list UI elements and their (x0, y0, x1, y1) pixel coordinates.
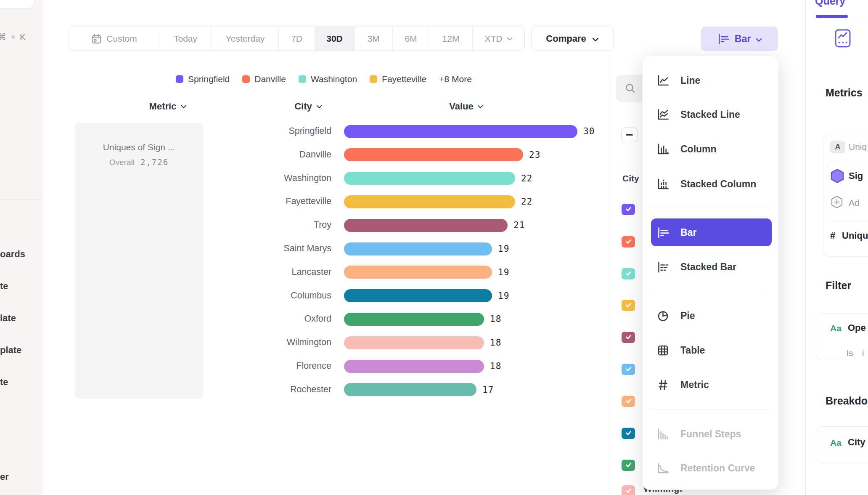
date-range-6m[interactable]: 6M (393, 27, 429, 51)
city-checkbox[interactable] (622, 428, 635, 439)
legend-swatch (299, 75, 306, 83)
city-checkbox[interactable] (622, 268, 635, 279)
metric-type-text[interactable]: Uniq (849, 142, 867, 152)
bar-value-label: 19 (498, 244, 509, 254)
filter-property[interactable]: Ope (848, 322, 866, 333)
compare-button[interactable]: Compare (531, 27, 614, 51)
legend-item[interactable]: Washington (299, 74, 357, 84)
calendar-icon (91, 33, 102, 45)
bar-row-label: Florence (203, 361, 331, 371)
hash-icon (656, 378, 670, 391)
chart-type-label: Bar (735, 33, 751, 45)
bar-value-label: 17 (482, 385, 494, 395)
sidebar-item[interactable]: te (0, 281, 8, 292)
chevron-down-icon (756, 33, 762, 45)
retention-curve-icon (656, 462, 670, 475)
bar-row-label: Rochester (203, 384, 331, 395)
bar-row-label: Oxford (203, 314, 331, 324)
city-checkbox[interactable] (622, 332, 635, 343)
city-checkbox[interactable] (622, 204, 635, 215)
menu-item-table[interactable]: Table (643, 336, 778, 364)
bar-danville (344, 148, 523, 161)
date-range-xtd[interactable]: XTD (473, 27, 524, 51)
bar-row-label: Fayetteville (203, 196, 331, 207)
tab-query[interactable]: Query (815, 0, 845, 7)
bar-columbus (344, 289, 492, 302)
checkmark-icon (625, 399, 632, 404)
checkmark-icon (625, 271, 632, 276)
filter-type-badge: Aa (830, 323, 842, 333)
metric-type-badge[interactable]: A (830, 141, 845, 153)
bar-fayetteville (344, 195, 515, 208)
sidebar-divider (0, 200, 43, 200)
menu-item-retention-curve: Retention Curve (643, 454, 778, 482)
sidebar-search-box[interactable] (0, 0, 34, 8)
stacked-line-chart-icon (656, 108, 670, 121)
column-header-value[interactable]: Value (449, 101, 483, 112)
bar-value-label: 18 (490, 338, 501, 348)
metric-card[interactable]: Uniques of Sign ... Overall 2,726 (75, 123, 203, 399)
checkmark-icon (625, 303, 632, 308)
legend-item[interactable]: Fayetteville (370, 74, 426, 84)
chevron-down-icon (592, 33, 599, 44)
keyboard-shortcut-hint: ⌘ + K (0, 32, 26, 42)
sidebar-item[interactable]: oards (0, 249, 25, 260)
menu-item-column[interactable]: Column (643, 135, 778, 163)
breakdown-heading: Breakdo (826, 395, 868, 407)
bar-value-label: 19 (498, 267, 509, 277)
event-name[interactable]: Sig (849, 170, 863, 181)
date-range-custom[interactable]: Custom (69, 27, 159, 51)
chart-type-button[interactable]: Bar (701, 27, 778, 51)
add-event-icon[interactable] (831, 195, 843, 209)
city-checkbox[interactable] (622, 460, 635, 471)
date-range-7d[interactable]: 7D (279, 27, 315, 51)
left-sidebar: ⌘ + K oardstelateplateteer (0, 0, 43, 495)
bar-value-label: 18 (490, 314, 501, 324)
sidebar-item[interactable]: er (0, 471, 9, 482)
city-checkbox[interactable] (622, 396, 635, 407)
sidebar-item[interactable]: late (0, 313, 16, 324)
bar-wilmington (344, 336, 484, 349)
bar-row-label: Lancaster (203, 267, 331, 277)
date-range-3m[interactable]: 3M (355, 27, 393, 51)
aggregation-text[interactable]: Uniqu (842, 230, 868, 241)
bar-row-label: Washington (203, 173, 331, 184)
date-range-today[interactable]: Today (159, 27, 212, 51)
menu-item-stacked-line[interactable]: Stacked Line (643, 101, 778, 128)
date-range-30d[interactable]: 30D (315, 27, 355, 51)
bar-value-label: 18 (490, 361, 501, 371)
filter-value[interactable]: i (862, 349, 864, 358)
column-header-city[interactable]: City (294, 101, 322, 112)
add-event-label[interactable]: Ad (849, 198, 860, 208)
legend-item[interactable]: Danville (242, 74, 286, 84)
breakdown-property[interactable]: City (848, 437, 865, 448)
bar-saint-marys (344, 242, 492, 255)
city-checkbox[interactable] (622, 300, 635, 311)
menu-item-stacked-bar[interactable]: Stacked Bar (643, 253, 778, 281)
filter-card (816, 313, 868, 360)
menu-item-metric[interactable]: Metric (643, 371, 778, 399)
city-list-header: City (622, 173, 639, 184)
date-range-12m[interactable]: 12M (429, 27, 473, 51)
bar-value-label: 23 (529, 150, 540, 160)
city-checkbox[interactable] (622, 236, 635, 248)
menu-item-pie[interactable]: Pie (643, 302, 778, 330)
sidebar-item[interactable]: plate (0, 345, 21, 356)
legend-item[interactable]: Springfield (176, 74, 230, 84)
bar-row-label: Springfield (203, 126, 331, 136)
bar-value-label: 21 (513, 220, 525, 230)
menu-item-bar[interactable]: Bar (651, 218, 772, 246)
menu-item-stacked-column[interactable]: Stacked Column (643, 170, 778, 198)
sidebar-item[interactable]: te (0, 377, 8, 388)
city-checkbox[interactable] (622, 485, 635, 495)
legend-more-button[interactable]: +8 More (439, 74, 472, 84)
bar-row-label: Troy (203, 220, 331, 230)
bar-value-label: 22 (521, 197, 532, 207)
column-header-metric[interactable]: Metric (149, 101, 187, 112)
bar-lancaster (344, 266, 492, 279)
filter-operator[interactable]: Is (847, 349, 853, 358)
collapse-all-button[interactable] (621, 128, 638, 142)
city-checkbox[interactable] (622, 364, 635, 375)
menu-item-line[interactable]: Line (643, 67, 778, 94)
date-range-yesterday[interactable]: Yesterday (212, 27, 279, 51)
